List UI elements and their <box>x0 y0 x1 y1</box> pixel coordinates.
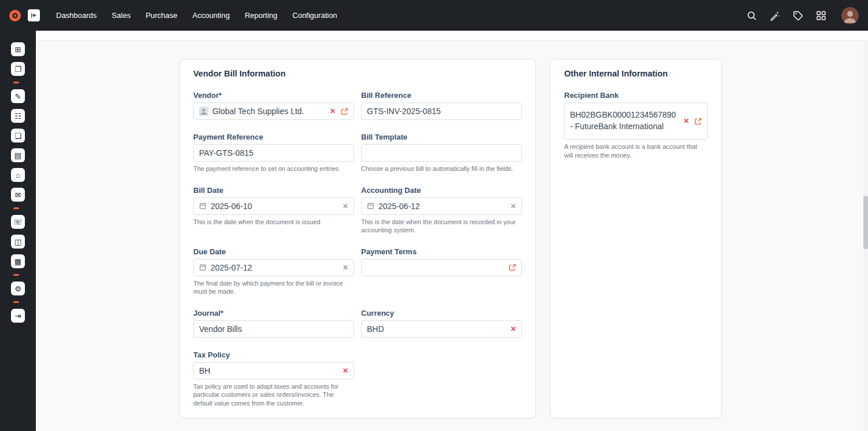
main-menu: Dashboards Sales Purchase Accounting Rep… <box>50 7 343 24</box>
accounting-date-input[interactable]: 2025-06-12 ✕ <box>361 198 522 215</box>
clear-vendor-icon[interactable]: ✕ <box>330 108 336 115</box>
sidebar-item-settings[interactable]: ⚙ <box>11 282 25 295</box>
sidebar-item-logout[interactable]: ⇥ <box>11 309 25 323</box>
currency-label: Currency <box>361 309 522 317</box>
navbar-right <box>746 7 859 24</box>
accounting-date-label: Accounting Date <box>361 186 522 195</box>
vendor-bill-card: Vendor Bill Information Vendor* <box>179 59 536 418</box>
accounting-date-help: This is the date when the document is re… <box>361 218 522 235</box>
clear-accounting-date-icon[interactable]: ✕ <box>510 203 516 210</box>
calendar-icon <box>367 202 374 210</box>
clear-bill-date-icon[interactable]: ✕ <box>343 203 348 210</box>
calendar-icon <box>199 264 207 271</box>
clear-due-date-icon[interactable]: ✕ <box>343 264 348 271</box>
nav-item-reporting[interactable]: Reporting <box>239 7 283 24</box>
recipient-bank-label: Recipient Bank <box>564 91 708 100</box>
due-date-input[interactable]: 2025-07-12 ✕ <box>193 259 354 276</box>
vendor-card-title: Vendor Bill Information <box>193 69 522 78</box>
form-area: Vendor Bill Information Vendor* <box>36 41 868 418</box>
external-link-icon[interactable] <box>341 108 348 115</box>
payment-reference-help: The payment reference to set on accounti… <box>193 165 354 173</box>
tax-policy-value: BH <box>199 366 210 375</box>
sidebar-item-receipts[interactable]: ▦ <box>11 254 25 268</box>
clear-tax-policy-icon[interactable]: ✕ <box>343 367 348 374</box>
field-payment-terms: Payment Terms <box>361 247 522 276</box>
bill-template-input[interactable] <box>361 144 522 162</box>
sidebar-divider <box>13 207 19 209</box>
tax-policy-help: Tax policy are used to adapt taxes and a… <box>193 382 354 408</box>
nav-item-sales[interactable]: Sales <box>106 7 137 24</box>
nav-item-configuration[interactable]: Configuration <box>286 7 343 24</box>
bill-date-input[interactable]: 2025-06-10 ✕ <box>193 198 354 215</box>
currency-input[interactable]: BHD ✕ <box>361 320 522 338</box>
field-recipient-bank: Recipient Bank BH02BGBK00001234567890 - … <box>564 91 708 159</box>
sidebar-item-support[interactable]: ☏ <box>11 215 25 229</box>
field-journal: Journal* Vendor Bills <box>193 309 354 338</box>
apps-grid-icon[interactable] <box>816 10 826 21</box>
currency-value: BHD <box>367 324 384 334</box>
other-info-card-title: Other Internal Information <box>564 69 708 78</box>
bill-date-value: 2025-06-10 <box>211 202 252 211</box>
nav-item-accounting[interactable]: Accounting <box>187 7 236 24</box>
bill-reference-input[interactable]: GTS-INV-2025-0815 <box>361 103 522 120</box>
contact-avatar-icon <box>199 107 208 116</box>
payment-reference-label: Payment Reference <box>193 133 354 141</box>
tax-policy-label: Tax Policy <box>193 350 354 359</box>
sidebar-collapse-button[interactable] <box>28 9 40 21</box>
sidebar-item-home[interactable]: ⌂ <box>11 168 25 182</box>
tag-icon[interactable] <box>793 10 803 21</box>
recipient-bank-input[interactable]: BH02BGBK00001234567890 - FutureBank Inte… <box>564 103 708 140</box>
field-accounting-date: Accounting Date 2025-06-12 <box>361 186 522 235</box>
vendor-input[interactable]: Global Tech Supplies Ltd. ✕ <box>193 103 354 120</box>
main-content: Vendor Bill Information Vendor* <box>36 31 868 431</box>
external-link-icon[interactable] <box>509 264 516 271</box>
payment-terms-input[interactable] <box>361 259 522 276</box>
user-avatar[interactable] <box>841 7 859 24</box>
tax-policy-input[interactable]: BH ✕ <box>193 362 354 379</box>
due-date-help: The final date by which payment for the … <box>193 279 354 296</box>
calendar-icon <box>199 202 207 210</box>
payment-reference-value: PAY-GTS-0815 <box>199 148 253 158</box>
scrollbar-thumb[interactable] <box>863 196 868 249</box>
clear-recipient-bank-icon[interactable]: ✕ <box>683 118 689 125</box>
magic-wand-icon[interactable] <box>770 10 780 21</box>
sidebar-item-ledger[interactable]: ▤ <box>11 148 25 162</box>
journal-label: Journal* <box>193 309 354 317</box>
app-logo-icon[interactable] <box>8 9 22 23</box>
sidebar-item-pages[interactable]: ❏ <box>11 129 25 143</box>
navbar-left: Dashboards Sales Purchase Accounting Rep… <box>8 7 343 24</box>
external-link-icon[interactable] <box>694 118 702 125</box>
sidebar-divider <box>13 274 19 276</box>
clear-currency-icon[interactable]: ✕ <box>510 326 516 333</box>
field-payment-reference: Payment Reference PAY-GTS-0815 The payme… <box>193 133 354 173</box>
recipient-bank-help: A recipient bank account is a bank accou… <box>564 143 708 159</box>
payment-reference-input[interactable]: PAY-GTS-0815 <box>193 144 354 162</box>
sidebar-item-kanban[interactable]: ◫ <box>11 235 25 249</box>
sidebar-item-documents[interactable]: ❐ <box>11 62 25 76</box>
nav-item-purchase[interactable]: Purchase <box>140 7 183 24</box>
accounting-date-value: 2025-06-12 <box>378 202 420 211</box>
sidebar-item-notes[interactable]: ✎ <box>11 89 25 103</box>
field-bill-template: Bill Template Choose a previous bill to … <box>361 133 522 173</box>
field-bill-date: Bill Date 2025-06-10 <box>193 186 354 227</box>
payment-terms-label: Payment Terms <box>361 247 522 256</box>
top-navbar: Dashboards Sales Purchase Accounting Rep… <box>0 0 868 31</box>
bill-date-help: This is the date when the document is is… <box>193 218 354 227</box>
field-vendor: Vendor* Global Tech Supplies Ltd. <box>193 91 354 120</box>
scrollbar-track[interactable] <box>863 41 868 431</box>
due-date-value: 2025-07-12 <box>211 263 252 272</box>
breadcrumb-bar <box>36 31 868 41</box>
bill-date-label: Bill Date <box>193 186 354 195</box>
search-icon[interactable] <box>746 10 757 21</box>
sidebar-item-mail[interactable]: ✉ <box>11 188 25 202</box>
app-root: Dashboards Sales Purchase Accounting Rep… <box>0 0 868 431</box>
sidebar-item-contacts[interactable]: ⊞ <box>11 42 25 56</box>
nav-item-dashboards[interactable]: Dashboards <box>50 7 102 24</box>
due-date-label: Due Date <box>193 247 354 256</box>
bill-reference-label: Bill Reference <box>361 91 522 100</box>
bill-template-help: Choose a previous bill to automatically … <box>361 165 522 173</box>
sidebar-item-reports[interactable]: ☷ <box>11 109 25 123</box>
journal-input[interactable]: Vendor Bills <box>193 320 354 338</box>
field-bill-reference: Bill Reference GTS-INV-2025-0815 <box>361 91 522 120</box>
bill-template-label: Bill Template <box>361 133 522 141</box>
